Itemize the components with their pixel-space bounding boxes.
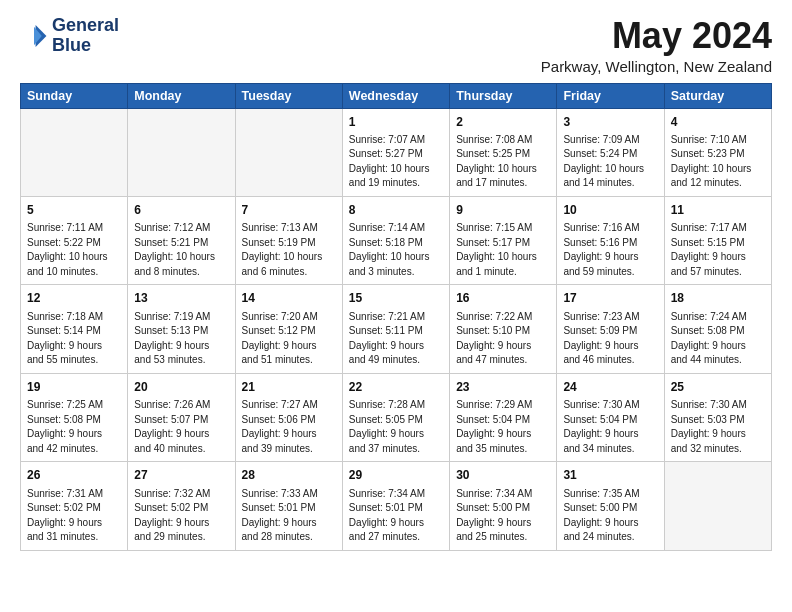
calendar-cell: 29Sunrise: 7:34 AMSunset: 5:01 PMDayligh…: [342, 462, 449, 550]
day-info: Sunrise: 7:33 AMSunset: 5:01 PMDaylight:…: [242, 487, 336, 545]
day-number: 9: [456, 202, 550, 219]
day-number: 2: [456, 114, 550, 131]
calendar-cell: [128, 108, 235, 196]
calendar-cell: 7Sunrise: 7:13 AMSunset: 5:19 PMDaylight…: [235, 196, 342, 284]
day-number: 30: [456, 467, 550, 484]
day-info: Sunrise: 7:11 AMSunset: 5:22 PMDaylight:…: [27, 221, 121, 279]
calendar-cell: 17Sunrise: 7:23 AMSunset: 5:09 PMDayligh…: [557, 285, 664, 373]
col-tuesday: Tuesday: [235, 83, 342, 108]
day-number: 3: [563, 114, 657, 131]
col-sunday: Sunday: [21, 83, 128, 108]
calendar-cell: 23Sunrise: 7:29 AMSunset: 5:04 PMDayligh…: [450, 373, 557, 461]
day-info: Sunrise: 7:34 AMSunset: 5:01 PMDaylight:…: [349, 487, 443, 545]
day-info: Sunrise: 7:13 AMSunset: 5:19 PMDaylight:…: [242, 221, 336, 279]
logo-line1: General: [52, 16, 119, 36]
calendar-cell: 20Sunrise: 7:26 AMSunset: 5:07 PMDayligh…: [128, 373, 235, 461]
day-number: 26: [27, 467, 121, 484]
col-wednesday: Wednesday: [342, 83, 449, 108]
calendar-cell: 22Sunrise: 7:28 AMSunset: 5:05 PMDayligh…: [342, 373, 449, 461]
calendar-cell: 24Sunrise: 7:30 AMSunset: 5:04 PMDayligh…: [557, 373, 664, 461]
location: Parkway, Wellington, New Zealand: [541, 58, 772, 75]
calendar-cell: 5Sunrise: 7:11 AMSunset: 5:22 PMDaylight…: [21, 196, 128, 284]
day-info: Sunrise: 7:18 AMSunset: 5:14 PMDaylight:…: [27, 310, 121, 368]
day-info: Sunrise: 7:28 AMSunset: 5:05 PMDaylight:…: [349, 398, 443, 456]
day-info: Sunrise: 7:22 AMSunset: 5:10 PMDaylight:…: [456, 310, 550, 368]
calendar: Sunday Monday Tuesday Wednesday Thursday…: [20, 83, 772, 551]
day-number: 18: [671, 290, 765, 307]
day-number: 23: [456, 379, 550, 396]
calendar-cell: 28Sunrise: 7:33 AMSunset: 5:01 PMDayligh…: [235, 462, 342, 550]
day-info: Sunrise: 7:35 AMSunset: 5:00 PMDaylight:…: [563, 487, 657, 545]
day-info: Sunrise: 7:25 AMSunset: 5:08 PMDaylight:…: [27, 398, 121, 456]
day-number: 21: [242, 379, 336, 396]
calendar-cell: 13Sunrise: 7:19 AMSunset: 5:13 PMDayligh…: [128, 285, 235, 373]
day-info: Sunrise: 7:32 AMSunset: 5:02 PMDaylight:…: [134, 487, 228, 545]
day-info: Sunrise: 7:19 AMSunset: 5:13 PMDaylight:…: [134, 310, 228, 368]
day-number: 5: [27, 202, 121, 219]
col-thursday: Thursday: [450, 83, 557, 108]
day-info: Sunrise: 7:20 AMSunset: 5:12 PMDaylight:…: [242, 310, 336, 368]
day-number: 24: [563, 379, 657, 396]
day-number: 28: [242, 467, 336, 484]
col-monday: Monday: [128, 83, 235, 108]
calendar-cell: 19Sunrise: 7:25 AMSunset: 5:08 PMDayligh…: [21, 373, 128, 461]
day-info: Sunrise: 7:17 AMSunset: 5:15 PMDaylight:…: [671, 221, 765, 279]
calendar-cell: 21Sunrise: 7:27 AMSunset: 5:06 PMDayligh…: [235, 373, 342, 461]
day-info: Sunrise: 7:23 AMSunset: 5:09 PMDaylight:…: [563, 310, 657, 368]
calendar-cell: 26Sunrise: 7:31 AMSunset: 5:02 PMDayligh…: [21, 462, 128, 550]
day-number: 22: [349, 379, 443, 396]
day-info: Sunrise: 7:31 AMSunset: 5:02 PMDaylight:…: [27, 487, 121, 545]
calendar-week-4: 26Sunrise: 7:31 AMSunset: 5:02 PMDayligh…: [21, 462, 772, 550]
day-number: 25: [671, 379, 765, 396]
calendar-cell: 1Sunrise: 7:07 AMSunset: 5:27 PMDaylight…: [342, 108, 449, 196]
day-info: Sunrise: 7:29 AMSunset: 5:04 PMDaylight:…: [456, 398, 550, 456]
day-info: Sunrise: 7:14 AMSunset: 5:18 PMDaylight:…: [349, 221, 443, 279]
day-number: 11: [671, 202, 765, 219]
day-info: Sunrise: 7:24 AMSunset: 5:08 PMDaylight:…: [671, 310, 765, 368]
day-info: Sunrise: 7:30 AMSunset: 5:04 PMDaylight:…: [563, 398, 657, 456]
day-number: 12: [27, 290, 121, 307]
logo-line2: Blue: [52, 36, 119, 56]
month-title: May 2024: [541, 16, 772, 56]
calendar-cell: 6Sunrise: 7:12 AMSunset: 5:21 PMDaylight…: [128, 196, 235, 284]
col-saturday: Saturday: [664, 83, 771, 108]
calendar-week-1: 5Sunrise: 7:11 AMSunset: 5:22 PMDaylight…: [21, 196, 772, 284]
calendar-body: 1Sunrise: 7:07 AMSunset: 5:27 PMDaylight…: [21, 108, 772, 550]
calendar-cell: 30Sunrise: 7:34 AMSunset: 5:00 PMDayligh…: [450, 462, 557, 550]
day-info: Sunrise: 7:26 AMSunset: 5:07 PMDaylight:…: [134, 398, 228, 456]
day-number: 1: [349, 114, 443, 131]
day-number: 6: [134, 202, 228, 219]
day-number: 13: [134, 290, 228, 307]
calendar-cell: 8Sunrise: 7:14 AMSunset: 5:18 PMDaylight…: [342, 196, 449, 284]
calendar-header-row: Sunday Monday Tuesday Wednesday Thursday…: [21, 83, 772, 108]
day-info: Sunrise: 7:10 AMSunset: 5:23 PMDaylight:…: [671, 133, 765, 191]
calendar-week-0: 1Sunrise: 7:07 AMSunset: 5:27 PMDaylight…: [21, 108, 772, 196]
day-info: Sunrise: 7:16 AMSunset: 5:16 PMDaylight:…: [563, 221, 657, 279]
calendar-cell: 4Sunrise: 7:10 AMSunset: 5:23 PMDaylight…: [664, 108, 771, 196]
day-number: 4: [671, 114, 765, 131]
day-number: 20: [134, 379, 228, 396]
calendar-week-3: 19Sunrise: 7:25 AMSunset: 5:08 PMDayligh…: [21, 373, 772, 461]
logo: General Blue: [20, 16, 119, 56]
day-number: 7: [242, 202, 336, 219]
day-number: 15: [349, 290, 443, 307]
day-number: 14: [242, 290, 336, 307]
day-info: Sunrise: 7:27 AMSunset: 5:06 PMDaylight:…: [242, 398, 336, 456]
calendar-cell: 14Sunrise: 7:20 AMSunset: 5:12 PMDayligh…: [235, 285, 342, 373]
calendar-cell: 18Sunrise: 7:24 AMSunset: 5:08 PMDayligh…: [664, 285, 771, 373]
calendar-cell: [664, 462, 771, 550]
calendar-cell: 2Sunrise: 7:08 AMSunset: 5:25 PMDaylight…: [450, 108, 557, 196]
day-number: 17: [563, 290, 657, 307]
calendar-cell: 12Sunrise: 7:18 AMSunset: 5:14 PMDayligh…: [21, 285, 128, 373]
calendar-cell: 9Sunrise: 7:15 AMSunset: 5:17 PMDaylight…: [450, 196, 557, 284]
calendar-cell: 25Sunrise: 7:30 AMSunset: 5:03 PMDayligh…: [664, 373, 771, 461]
calendar-cell: 16Sunrise: 7:22 AMSunset: 5:10 PMDayligh…: [450, 285, 557, 373]
day-info: Sunrise: 7:21 AMSunset: 5:11 PMDaylight:…: [349, 310, 443, 368]
logo-text: General Blue: [52, 16, 119, 56]
day-number: 29: [349, 467, 443, 484]
day-info: Sunrise: 7:09 AMSunset: 5:24 PMDaylight:…: [563, 133, 657, 191]
calendar-cell: 3Sunrise: 7:09 AMSunset: 5:24 PMDaylight…: [557, 108, 664, 196]
day-number: 31: [563, 467, 657, 484]
calendar-cell: [21, 108, 128, 196]
calendar-cell: 10Sunrise: 7:16 AMSunset: 5:16 PMDayligh…: [557, 196, 664, 284]
